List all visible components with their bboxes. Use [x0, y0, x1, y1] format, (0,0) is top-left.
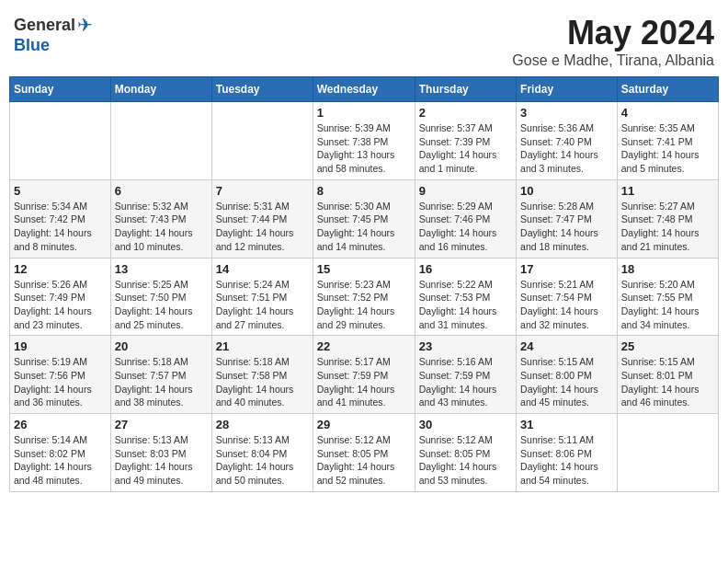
day-number: 20 [115, 339, 208, 353]
page-header: General ✈ Blue May 2024 Gose e Madhe, Ti… [9, 9, 719, 69]
calendar-cell: 18Sunrise: 5:20 AMSunset: 7:55 PMDayligh… [617, 258, 718, 336]
day-info-text: Sunrise: 5:21 AMSunset: 7:54 PMDaylight:… [520, 278, 613, 332]
logo-bird-icon: ✈ [77, 14, 93, 36]
day-info-text: Sunrise: 5:26 AMSunset: 7:49 PMDaylight:… [14, 278, 107, 332]
day-info-text: Sunrise: 5:30 AMSunset: 7:45 PMDaylight:… [317, 200, 411, 254]
calendar-week-row: 1Sunrise: 5:39 AMSunset: 7:38 PMDaylight… [10, 102, 719, 180]
logo: General ✈ Blue [14, 14, 93, 55]
calendar-cell: 20Sunrise: 5:18 AMSunset: 7:57 PMDayligh… [110, 336, 211, 414]
day-of-week-header: Tuesday [211, 77, 313, 102]
day-info-text: Sunrise: 5:25 AMSunset: 7:50 PMDaylight:… [115, 278, 208, 332]
day-info-text: Sunrise: 5:13 AMSunset: 8:03 PMDaylight:… [115, 433, 208, 488]
day-info-text: Sunrise: 5:23 AMSunset: 7:52 PMDaylight:… [317, 278, 411, 332]
day-number: 14 [216, 262, 309, 276]
day-number: 24 [520, 339, 613, 353]
day-info-text: Sunrise: 5:20 AMSunset: 7:55 PMDaylight:… [621, 278, 714, 332]
calendar-body: 1Sunrise: 5:39 AMSunset: 7:38 PMDaylight… [10, 102, 719, 492]
day-number: 2 [419, 106, 512, 120]
day-number: 16 [419, 262, 512, 276]
day-number: 19 [14, 339, 107, 353]
logo-general-text: General [14, 16, 75, 35]
calendar-cell: 31Sunrise: 5:11 AMSunset: 8:06 PMDayligh… [517, 414, 618, 492]
calendar-cell: 24Sunrise: 5:15 AMSunset: 8:00 PMDayligh… [517, 336, 618, 414]
logo-blue-text: Blue [14, 36, 50, 54]
day-info-text: Sunrise: 5:18 AMSunset: 7:58 PMDaylight:… [216, 355, 309, 409]
calendar-cell: 2Sunrise: 5:37 AMSunset: 7:39 PMDaylight… [415, 102, 516, 180]
calendar-cell: 26Sunrise: 5:14 AMSunset: 8:02 PMDayligh… [10, 414, 111, 492]
day-number: 12 [14, 262, 107, 276]
calendar-cell: 9Sunrise: 5:29 AMSunset: 7:46 PMDaylight… [415, 179, 516, 258]
calendar-cell: 23Sunrise: 5:16 AMSunset: 7:59 PMDayligh… [415, 336, 516, 414]
day-info-text: Sunrise: 5:28 AMSunset: 7:47 PMDaylight:… [520, 200, 613, 254]
calendar-cell [10, 102, 111, 180]
day-info-text: Sunrise: 5:29 AMSunset: 7:46 PMDaylight:… [419, 200, 512, 254]
day-info-text: Sunrise: 5:15 AMSunset: 8:01 PMDaylight:… [621, 355, 714, 409]
day-info-text: Sunrise: 5:24 AMSunset: 7:51 PMDaylight:… [216, 278, 309, 332]
day-info-text: Sunrise: 5:18 AMSunset: 7:57 PMDaylight:… [115, 355, 208, 409]
calendar-cell: 19Sunrise: 5:19 AMSunset: 7:56 PMDayligh… [10, 336, 111, 414]
calendar-cell: 22Sunrise: 5:17 AMSunset: 7:59 PMDayligh… [313, 336, 415, 414]
calendar-cell: 17Sunrise: 5:21 AMSunset: 7:54 PMDayligh… [517, 258, 618, 336]
day-info-text: Sunrise: 5:12 AMSunset: 8:05 PMDaylight:… [419, 433, 512, 488]
day-info-text: Sunrise: 5:19 AMSunset: 7:56 PMDaylight:… [14, 355, 107, 409]
day-info-text: Sunrise: 5:37 AMSunset: 7:39 PMDaylight:… [419, 121, 512, 176]
title-block: May 2024 Gose e Madhe, Tirana, Albania [512, 14, 714, 69]
day-of-week-header: Friday [517, 77, 618, 102]
day-number: 7 [216, 184, 309, 198]
day-of-week-header: Saturday [617, 77, 718, 102]
day-info-text: Sunrise: 5:35 AMSunset: 7:41 PMDaylight:… [621, 121, 714, 176]
calendar-cell [617, 414, 718, 492]
day-info-text: Sunrise: 5:15 AMSunset: 8:00 PMDaylight:… [520, 355, 613, 409]
day-info-text: Sunrise: 5:16 AMSunset: 7:59 PMDaylight:… [419, 355, 512, 409]
calendar-cell: 12Sunrise: 5:26 AMSunset: 7:49 PMDayligh… [10, 258, 111, 336]
calendar-cell: 5Sunrise: 5:34 AMSunset: 7:42 PMDaylight… [10, 179, 111, 258]
calendar-cell: 21Sunrise: 5:18 AMSunset: 7:58 PMDayligh… [211, 336, 313, 414]
day-number: 8 [317, 184, 411, 198]
calendar-week-row: 12Sunrise: 5:26 AMSunset: 7:49 PMDayligh… [10, 258, 719, 336]
day-info-text: Sunrise: 5:22 AMSunset: 7:53 PMDaylight:… [419, 278, 512, 332]
day-info-text: Sunrise: 5:34 AMSunset: 7:42 PMDaylight:… [14, 200, 107, 254]
day-number: 9 [419, 184, 512, 198]
day-of-week-header: Wednesday [313, 77, 415, 102]
day-number: 23 [419, 339, 512, 353]
calendar-cell: 15Sunrise: 5:23 AMSunset: 7:52 PMDayligh… [313, 258, 415, 336]
calendar-cell: 30Sunrise: 5:12 AMSunset: 8:05 PMDayligh… [415, 414, 516, 492]
day-info-text: Sunrise: 5:13 AMSunset: 8:04 PMDaylight:… [216, 433, 309, 488]
day-info-text: Sunrise: 5:11 AMSunset: 8:06 PMDaylight:… [520, 433, 613, 488]
day-info-text: Sunrise: 5:17 AMSunset: 7:59 PMDaylight:… [317, 355, 411, 409]
calendar-week-row: 19Sunrise: 5:19 AMSunset: 7:56 PMDayligh… [10, 336, 719, 414]
day-number: 13 [115, 262, 208, 276]
day-info-text: Sunrise: 5:12 AMSunset: 8:05 PMDaylight:… [317, 433, 411, 488]
day-number: 6 [115, 184, 208, 198]
calendar-cell: 28Sunrise: 5:13 AMSunset: 8:04 PMDayligh… [211, 414, 313, 492]
day-number: 31 [520, 418, 613, 431]
calendar-cell: 7Sunrise: 5:31 AMSunset: 7:44 PMDaylight… [211, 179, 313, 258]
calendar-cell: 14Sunrise: 5:24 AMSunset: 7:51 PMDayligh… [211, 258, 313, 336]
calendar-table: SundayMondayTuesdayWednesdayThursdayFrid… [9, 76, 719, 492]
calendar-cell: 6Sunrise: 5:32 AMSunset: 7:43 PMDaylight… [110, 179, 211, 258]
day-number: 26 [14, 418, 107, 431]
calendar-cell: 1Sunrise: 5:39 AMSunset: 7:38 PMDaylight… [313, 102, 415, 180]
day-number: 3 [520, 106, 613, 120]
calendar-cell [211, 102, 313, 180]
day-number: 4 [621, 106, 714, 120]
day-number: 27 [115, 418, 208, 431]
day-info-text: Sunrise: 5:39 AMSunset: 7:38 PMDaylight:… [317, 121, 411, 176]
calendar-cell: 16Sunrise: 5:22 AMSunset: 7:53 PMDayligh… [415, 258, 516, 336]
day-number: 30 [419, 418, 512, 431]
calendar-title: May 2024 [512, 14, 714, 52]
calendar-cell: 4Sunrise: 5:35 AMSunset: 7:41 PMDaylight… [617, 102, 718, 180]
calendar-cell: 11Sunrise: 5:27 AMSunset: 7:48 PMDayligh… [617, 179, 718, 258]
day-of-week-header: Monday [110, 77, 211, 102]
day-of-week-header: Sunday [10, 77, 111, 102]
day-number: 29 [317, 418, 411, 431]
day-number: 25 [621, 339, 714, 353]
day-number: 10 [520, 184, 613, 198]
calendar-cell: 29Sunrise: 5:12 AMSunset: 8:05 PMDayligh… [313, 414, 415, 492]
calendar-cell: 25Sunrise: 5:15 AMSunset: 8:01 PMDayligh… [617, 336, 718, 414]
day-of-week-header: Thursday [415, 77, 516, 102]
calendar-cell [110, 102, 211, 180]
day-info-text: Sunrise: 5:14 AMSunset: 8:02 PMDaylight:… [14, 433, 107, 488]
day-number: 18 [621, 262, 714, 276]
day-number: 15 [317, 262, 411, 276]
